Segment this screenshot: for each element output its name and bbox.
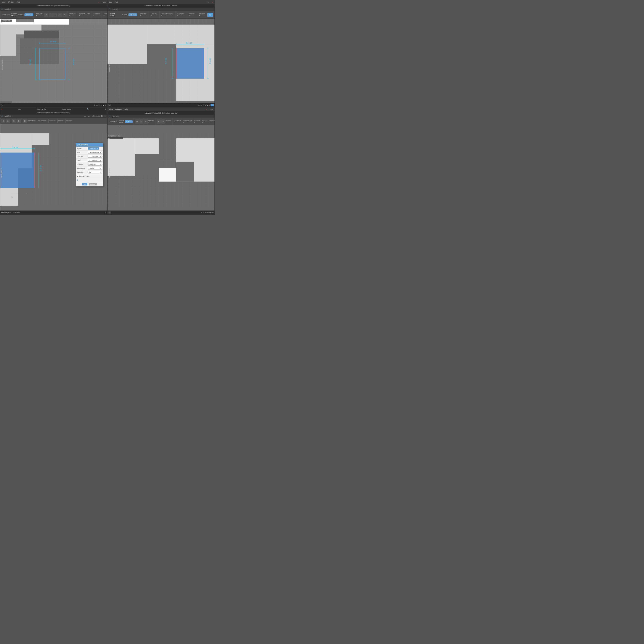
profile-close-icon[interactable]: ✕ bbox=[97, 148, 98, 149]
profile-value[interactable]: 1 selected ✕ bbox=[88, 147, 99, 150]
canvas-q4[interactable]: living Hinges Sha... ▶ 1 CONSTRUCT > ● 1… bbox=[108, 125, 214, 214]
select-active-icon-q2[interactable]: ⊡ bbox=[207, 13, 213, 17]
tab-tools-q1[interactable]: TOOLS bbox=[18, 13, 24, 16]
tab-sheetmetal-q4[interactable]: SHEET METAL bbox=[118, 119, 125, 124]
nav-controls-q2: ⊕ ⊙ ↺ ⊟ ⊞ ▣ ▤ bbox=[198, 104, 210, 106]
menu-help-q4[interactable]: Help bbox=[124, 108, 128, 110]
svg-text:fx: 0.20: fx: 0.20 bbox=[165, 58, 167, 64]
tool-icon2-q4[interactable]: ⊙ bbox=[139, 119, 143, 124]
page-num-q2: 1 bbox=[108, 104, 111, 106]
operation-value[interactable]: Cut ▾ bbox=[88, 171, 102, 173]
taper-chevron: ▾ bbox=[100, 167, 101, 169]
close-q3[interactable]: ✕ bbox=[84, 115, 86, 117]
start-profile-icon: | bbox=[89, 152, 89, 153]
menu-help-q1[interactable]: Help bbox=[17, 1, 20, 3]
taper-value[interactable]: 0.0 deg ▾ bbox=[88, 167, 102, 169]
menu-bar-q1: View Window Help ● WiFi bbox=[0, 0, 107, 4]
menu-window-q1[interactable]: Window bbox=[8, 1, 14, 3]
app-title-q3: Autodesk Fusion 360 (Education License) bbox=[37, 112, 70, 114]
settings-icon-q3[interactable]: ⚙ bbox=[105, 108, 106, 110]
assemble-icon2-q3[interactable]: ⊞ bbox=[17, 119, 21, 123]
operation-value-text: Cut bbox=[89, 171, 91, 173]
modify-label-q4: MODIFY ▾ bbox=[166, 120, 171, 123]
app-icon-q3: ● bbox=[1, 108, 2, 110]
tab-sheetmetal-q1[interactable]: SHEET METAL bbox=[11, 13, 17, 17]
tool-icon3-q4[interactable]: ⊞ bbox=[144, 119, 148, 124]
insert-label-q2: INSERT ▾ bbox=[188, 13, 196, 17]
start-value[interactable]: | Profile Plane ▾ bbox=[88, 151, 102, 154]
tab-surface-q1[interactable]: SURFACE bbox=[2, 13, 10, 16]
modify-label-q1: MODIFY ▾ bbox=[69, 13, 76, 17]
main-grid: View Window Help ● WiFi Autodesk Fusion … bbox=[0, 0, 215, 215]
sketch-svg-q2: fx: 0.16 fx: 0.20 fx: 0.20 ..hap... bbox=[108, 19, 214, 107]
menu-bar-q4: View Window Help ● 76% bbox=[108, 108, 214, 111]
rect-icon-q1[interactable]: ▭ bbox=[53, 13, 57, 17]
insert-label-q3: INSERT ▾ bbox=[58, 120, 65, 122]
toolbar-constraints-q2: CONSTRAINTS ▾ bbox=[160, 11, 176, 19]
ok-button[interactable]: OK bbox=[82, 183, 88, 185]
dialog-row-objects: ▶ Objects To Cut bbox=[76, 174, 103, 178]
fx-icon-q1[interactable]: fx bbox=[63, 13, 67, 17]
nav-controls-q1: ⊕ ⊙ ↺ ⊟ ⊞ ▣ ▤ bbox=[94, 104, 106, 106]
menu-window-q4[interactable]: Window bbox=[115, 108, 122, 110]
active-nav-btn-q2 bbox=[211, 104, 214, 106]
taper-value-text: 0.0 deg bbox=[89, 167, 94, 169]
tab-tools-q2[interactable]: TOOLS bbox=[122, 13, 128, 16]
svg-text:fx: 0.20: fx: 0.20 bbox=[40, 166, 42, 171]
create-label-q2: CREATE ▾ bbox=[139, 13, 148, 17]
dialog-row-start: Start | Profile Plane ▾ bbox=[76, 151, 103, 154]
title-bar-q3: Autodesk Fusion 360 (Education License) bbox=[0, 111, 107, 115]
tab-sketch-q2[interactable]: SKETCH bbox=[128, 13, 137, 16]
move-icon-q3[interactable]: ✛ bbox=[1, 119, 5, 123]
assemble-icon1-q3[interactable]: ⊙ bbox=[12, 119, 16, 123]
help-q3[interactable]: ? bbox=[105, 115, 106, 117]
inspect-label-q1: INSPECT ▾ bbox=[93, 13, 101, 17]
arc-icon-q1[interactable]: ⌒ bbox=[49, 13, 53, 17]
profile-info-q3: 1 Profile | Area : 0.032 in^2 bbox=[1, 212, 20, 213]
fx-btn-q3[interactable]: fx bbox=[6, 119, 10, 123]
settings-btn-q3[interactable]: ⚙ bbox=[105, 212, 106, 214]
user-q3: Alecia Gorski bbox=[62, 108, 71, 110]
circle-icon-q1[interactable]: ○ bbox=[58, 13, 62, 17]
direction-value[interactable]: ↕ One Side ▾ bbox=[88, 155, 102, 158]
expand-q3[interactable]: ⊕ bbox=[88, 115, 90, 117]
distance-value[interactable]: -TabDepth( ▾ bbox=[88, 163, 102, 166]
extent-value[interactable]: ↔ Distance ▾ bbox=[88, 159, 102, 162]
construct-icon1-q3[interactable]: ⊡ bbox=[23, 119, 27, 123]
tab-surface-q4[interactable]: SURFACE bbox=[109, 120, 118, 123]
toolbar-select-q4: SELECT ▾ bbox=[209, 118, 215, 125]
toolbar-insert-q2: INSERT ▾ bbox=[187, 11, 197, 19]
file-name-q2: Untitled* bbox=[112, 8, 119, 10]
user-icon-q3[interactable]: Alecia Gorski bbox=[92, 115, 103, 117]
svg-text:..hap...: ..hap... bbox=[108, 26, 113, 27]
battery-q3: 76% bbox=[18, 108, 21, 110]
quadrant-bottom-right: View Window Help ● 76% Autodesk Fusion 3… bbox=[107, 107, 215, 215]
canvas-q3[interactable]: fx: 0.16 fx: 0.20 fx: 0.20 -TabDepth( ▾ bbox=[0, 124, 107, 214]
fx-icon-q4[interactable]: fx bbox=[161, 119, 165, 124]
sketch-svg-q1: fx: 0.16 fx: 0.20 fx: 0.20 bbox=[0, 19, 107, 107]
menu-view-q1[interactable]: View bbox=[2, 1, 6, 3]
insert-label-q4: INSERT ▾ bbox=[202, 120, 207, 123]
search-icon-q3[interactable]: 🔍 bbox=[87, 108, 89, 110]
fusion-window-q4: View Window Help ● 76% Autodesk Fusion 3… bbox=[108, 108, 214, 214]
inspect-label-q2: INSPECT ▾ bbox=[177, 13, 186, 17]
menu-help-q2[interactable]: Help bbox=[115, 1, 119, 3]
modify-icon-q4[interactable]: ✛ bbox=[157, 119, 161, 124]
tool-icon1-q4[interactable]: ⊡ bbox=[135, 119, 139, 124]
file-bar-q4: ⬡ Untitled* bbox=[108, 115, 214, 118]
dialog-row-taper: Taper Angle 0.0 deg ▾ bbox=[76, 166, 103, 170]
tab-sheetmetal-q2[interactable]: SHEET METAL bbox=[109, 13, 121, 17]
wifi-icon-q1: WiFi bbox=[102, 1, 106, 3]
objects-label[interactable]: Objects To Cut bbox=[79, 175, 90, 177]
tab-sketch-q1[interactable]: SKETCH bbox=[24, 13, 33, 16]
tab-tools-q4[interactable]: TOOLS bbox=[125, 120, 133, 123]
dialog-header: ⬡ EXTRUDE bbox=[76, 143, 103, 147]
menu-dow-q2[interactable]: dow bbox=[109, 1, 112, 3]
canvas-q2[interactable]: fx: 0.16 fx: 0.20 fx: 0.20 ..hap... bbox=[108, 19, 214, 107]
canvas-q1[interactable]: fx: 0.16 fx: 0.20 fx: 0.20 bbox=[0, 19, 107, 107]
dialog-row-profile: Profile 1 selected ✕ bbox=[76, 147, 103, 151]
constraints-label-q2: CONSTRAINTS ▾ bbox=[161, 13, 175, 17]
cancel-button[interactable]: Cancel bbox=[89, 183, 97, 185]
line-icon-q1[interactable]: ╱ bbox=[44, 13, 48, 17]
menu-view-q4[interactable]: View bbox=[109, 108, 113, 110]
